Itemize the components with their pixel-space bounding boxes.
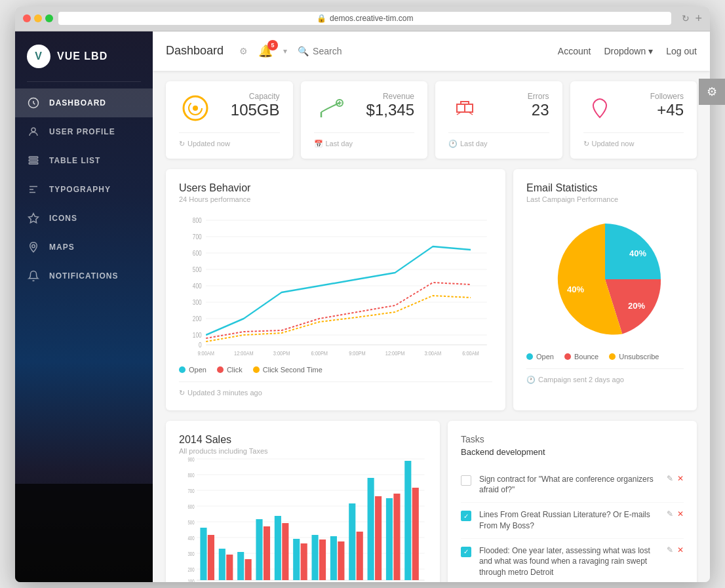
page-title: Dashboard bbox=[166, 44, 224, 58]
refresh-icon: ↻ bbox=[179, 140, 185, 148]
svg-rect-72 bbox=[282, 523, 288, 580]
new-tab-button[interactable]: + bbox=[695, 12, 702, 26]
pie-chart: 40% 20% 40% bbox=[526, 214, 684, 345]
task-checkbox-2[interactable]: ✓ bbox=[461, 547, 471, 557]
refresh-icon2: ↻ bbox=[583, 140, 589, 148]
task-checkbox-1[interactable]: ✓ bbox=[461, 511, 471, 521]
followers-label: Followers bbox=[650, 92, 684, 101]
svg-rect-3 bbox=[29, 159, 38, 161]
sidebar-item-maps-label: Maps bbox=[49, 243, 75, 252]
notifications-button[interactable]: 🔔 5 bbox=[258, 44, 273, 58]
svg-rect-81 bbox=[368, 478, 374, 580]
capacity-icon bbox=[179, 92, 212, 125]
stat-card-revenue: Revenue $1,345 📅 Last day bbox=[301, 81, 428, 159]
sidebar-item-maps[interactable]: Maps bbox=[15, 233, 153, 262]
svg-text:12:00PM: 12:00PM bbox=[385, 350, 405, 357]
task-edit-2[interactable]: ✎ bbox=[667, 545, 673, 555]
svg-rect-85 bbox=[404, 461, 411, 580]
svg-text:100: 100 bbox=[188, 578, 195, 581]
svg-rect-77 bbox=[330, 536, 337, 580]
errors-label: Errors bbox=[528, 92, 549, 101]
bottom-row: 2014 Sales All products including Taxes bbox=[166, 421, 697, 582]
close-dot[interactable] bbox=[23, 14, 31, 22]
line-chart: 800 700 600 500 400 300 200 100 0 bbox=[179, 214, 492, 358]
sidebar-item-typography[interactable]: Typography bbox=[15, 175, 153, 204]
url-bar[interactable]: 🔒 demos.creative-tim.com bbox=[58, 12, 671, 25]
task-edit-0[interactable]: ✎ bbox=[667, 474, 673, 483]
svg-rect-67 bbox=[237, 552, 244, 580]
sidebar-nav: Dashboard User Profile bbox=[15, 82, 153, 582]
stats-row: Capacity 105GB ↻ Updated now bbox=[166, 81, 697, 159]
sidebar-item-dashboard-label: Dashboard bbox=[49, 98, 106, 108]
followers-icon bbox=[583, 92, 616, 125]
sidebar-item-dashboard[interactable]: Dashboard bbox=[15, 88, 153, 117]
svg-text:800: 800 bbox=[193, 217, 202, 224]
svg-rect-78 bbox=[338, 541, 344, 580]
dropdown-button[interactable]: Dropdown ▾ bbox=[604, 46, 653, 56]
settings-button[interactable]: ⚙ bbox=[699, 79, 710, 105]
task-delete-1[interactable]: ✕ bbox=[677, 509, 684, 519]
legend-click-second-dot bbox=[253, 366, 260, 373]
legend-open-email-label: Open bbox=[536, 353, 554, 361]
browser-chrome: 🔒 demos.creative-tim.com ↻ + bbox=[15, 7, 710, 31]
refresh-icon[interactable]: ↻ bbox=[682, 13, 690, 24]
svg-text:3:00AM: 3:00AM bbox=[425, 350, 442, 357]
legend-bounce-dot bbox=[564, 353, 571, 360]
email-statistics-card: Email Statistics Last Campaign Performan… bbox=[513, 169, 697, 410]
svg-point-6 bbox=[32, 245, 35, 248]
legend-open: Open bbox=[179, 366, 206, 374]
sidebar-item-notifications[interactable]: Notifications bbox=[15, 262, 153, 290]
minimize-dot[interactable] bbox=[34, 14, 42, 22]
sales-title: 2014 Sales bbox=[179, 434, 427, 446]
revenue-value: $1,345 bbox=[366, 101, 414, 119]
logout-link[interactable]: Log out bbox=[666, 46, 697, 56]
task-delete-0[interactable]: ✕ bbox=[677, 474, 684, 483]
errors-icon bbox=[448, 92, 481, 125]
task-text-2: Flooded: One year later, assessing what … bbox=[479, 545, 659, 578]
svg-text:300: 300 bbox=[193, 299, 202, 306]
svg-rect-13 bbox=[465, 104, 473, 112]
dashboard-content: Capacity 105GB ↻ Updated now bbox=[153, 71, 710, 582]
task-text-1: Lines From Great Russian Literature? Or … bbox=[479, 509, 659, 532]
revenue-label: Revenue bbox=[366, 92, 414, 101]
clock-icon2: 🕐 bbox=[526, 376, 536, 384]
tasks-title: Tasks bbox=[461, 434, 684, 444]
map-icon bbox=[27, 241, 40, 254]
dropdown-arrow: ▾ bbox=[283, 47, 287, 56]
svg-rect-65 bbox=[219, 549, 225, 580]
sidebar: V VUE LBD Dashboard bbox=[15, 31, 153, 582]
task-item-1: ✓ Lines From Great Russian Literature? O… bbox=[461, 503, 684, 539]
search-input[interactable] bbox=[313, 46, 378, 56]
sidebar-item-user-profile[interactable]: User Profile bbox=[15, 117, 153, 146]
settings-icon[interactable]: ⚙ bbox=[239, 46, 248, 56]
logo-text: VUE LBD bbox=[57, 50, 108, 62]
task-checkbox-0[interactable] bbox=[461, 475, 471, 486]
svg-text:700: 700 bbox=[193, 233, 202, 241]
task-edit-1[interactable]: ✎ bbox=[667, 509, 673, 519]
stat-card-errors: Errors 23 🕐 Last day bbox=[435, 81, 562, 159]
users-behavior-footer: ↻ Updated 3 minutes ago bbox=[179, 382, 492, 397]
svg-text:400: 400 bbox=[193, 283, 202, 290]
task-item-2: ✓ Flooded: One year later, assessing wha… bbox=[461, 539, 684, 582]
tasks-card: Tasks Backend development Sign contract … bbox=[448, 421, 697, 582]
pie-chart-legend: Open Bounce Unsubscribe bbox=[526, 353, 684, 361]
revenue-footer: 📅 Last day bbox=[314, 132, 415, 148]
task-delete-2[interactable]: ✕ bbox=[677, 545, 684, 555]
svg-text:500: 500 bbox=[188, 519, 195, 526]
main-content: ⚙ Dashboard ⚙ 🔔 5 ▾ 🔍 Account Dropdown bbox=[153, 31, 710, 582]
account-link[interactable]: Account bbox=[558, 46, 591, 56]
svg-rect-73 bbox=[293, 539, 300, 580]
svg-rect-80 bbox=[357, 532, 363, 580]
svg-text:12:00AM: 12:00AM bbox=[234, 350, 254, 357]
svg-text:600: 600 bbox=[193, 250, 202, 257]
url-text: demos.creative-tim.com bbox=[330, 14, 413, 23]
task-actions-1: ✎ ✕ bbox=[667, 509, 684, 519]
capacity-footer: ↻ Updated now bbox=[179, 132, 280, 148]
svg-text:600: 600 bbox=[188, 503, 195, 510]
search-bar[interactable]: 🔍 bbox=[298, 46, 378, 56]
sidebar-item-table-list[interactable]: Table List bbox=[15, 146, 153, 175]
person-icon bbox=[27, 125, 40, 138]
svg-text:200: 200 bbox=[188, 566, 195, 573]
maximize-dot[interactable] bbox=[45, 14, 53, 22]
sidebar-item-icons[interactable]: Icons bbox=[15, 204, 153, 233]
